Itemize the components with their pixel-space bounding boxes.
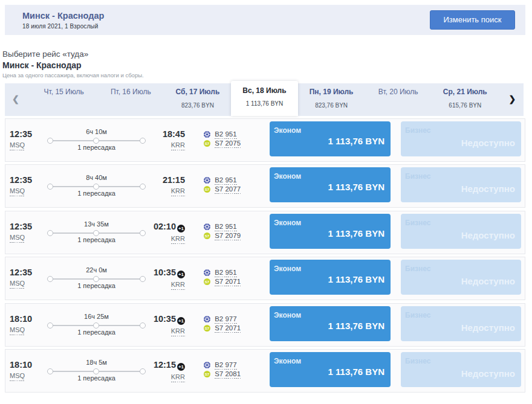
svg-text:S7: S7	[205, 280, 210, 284]
svg-text:S7: S7	[205, 188, 210, 191]
svg-text:S7: S7	[205, 327, 210, 330]
svg-text:S7: S7	[205, 234, 210, 238]
svg-text:S7: S7	[205, 373, 210, 376]
svg-text:S7: S7	[205, 142, 210, 146]
